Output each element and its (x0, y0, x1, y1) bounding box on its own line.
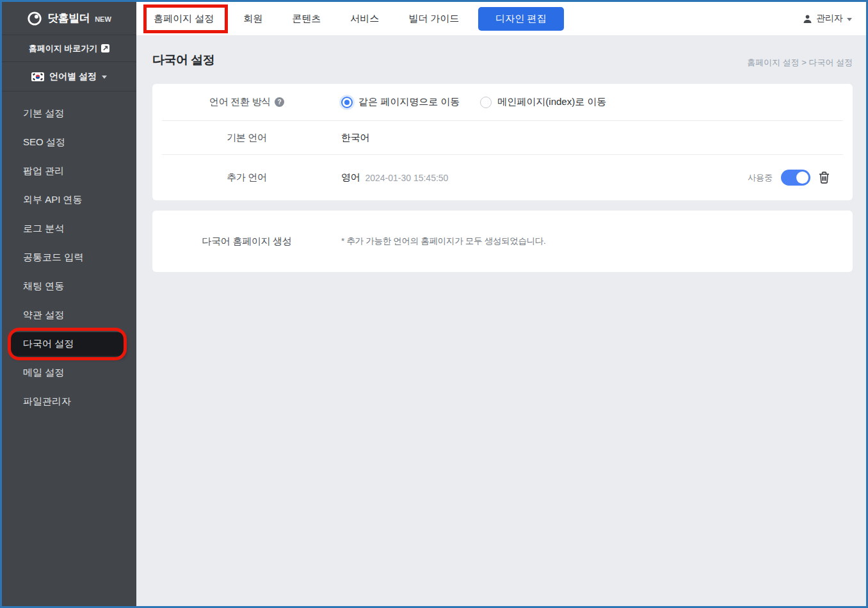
multilingual-settings-card: 언어 전환 방식 ? 같은 페이지명으로 이동 메인페이지(index)로 이동 (152, 84, 853, 200)
language-added-timestamp: 2024-01-30 15:45:50 (365, 173, 448, 183)
radio-main-page[interactable]: 메인페이지(index)로 이동 (480, 96, 606, 108)
radio-unselected-icon[interactable] (480, 97, 492, 108)
additional-language-value: 영어 (341, 172, 360, 184)
toggle-knob (796, 172, 808, 184)
generate-homepage-card: 다국어 홈페이지 생성 * 추가 가능한 언어의 홈페이지가 모두 생성되었습니… (152, 211, 853, 272)
status-badge: 사용중 (748, 172, 773, 184)
tab-services[interactable]: 서비스 (350, 2, 379, 35)
language-selector-menu[interactable]: 언어별 설정 (2, 62, 136, 92)
design-edit-button[interactable]: 디자인 편집 (478, 7, 563, 31)
delete-language-button[interactable] (819, 172, 830, 184)
sidebar-item-multilingual-settings[interactable]: 다국어 설정 (11, 332, 124, 356)
homepage-shortcut-link[interactable]: 홈페이지 바로가기 (2, 35, 136, 62)
tab-members[interactable]: 회원 (243, 2, 262, 35)
additional-language-row: 추가 언어 영어 2024-01-30 15:45:50 사용중 (152, 155, 853, 200)
chevron-down-icon (102, 76, 107, 79)
radio-selected-icon[interactable] (341, 97, 353, 108)
account-menu[interactable]: 관리자 (803, 13, 852, 24)
sidebar: 닷홈빌더 NEW 홈페이지 바로가기 (2, 2, 136, 606)
sidebar-item-common-code[interactable]: 공통코드 입력 (2, 243, 136, 272)
default-language-label: 기본 언어 (152, 132, 341, 144)
logo[interactable]: 닷홈빌더 NEW (2, 2, 136, 35)
radio-label: 같은 페이지명으로 이동 (358, 96, 460, 108)
breadcrumb: 홈페이지 설정 > 다국어 설정 (747, 57, 853, 68)
page-title: 다국어 설정 (152, 52, 214, 68)
external-link-icon (101, 44, 109, 52)
language-enabled-toggle[interactable] (781, 170, 810, 186)
language-switch-label: 언어 전환 방식 (209, 96, 271, 108)
logo-badge: NEW (95, 15, 111, 23)
sidebar-item-basic-settings[interactable]: 기본 설정 (2, 99, 136, 128)
topbar: 홈페이지 설정 회원 콘텐츠 서비스 빌더 가이드 디자인 편집 관리자 (136, 2, 866, 35)
radio-same-page[interactable]: 같은 페이지명으로 이동 (341, 96, 460, 108)
sidebar-menu: 기본 설정 SEO 설정 팝업 관리 외부 API 연동 로그 분석 공통코드 … (2, 92, 136, 416)
sidebar-item-log-analysis[interactable]: 로그 분석 (2, 214, 136, 243)
row-value: 같은 페이지명으로 이동 메인페이지(index)로 이동 (341, 96, 853, 108)
language-switch-row: 언어 전환 방식 ? 같은 페이지명으로 이동 메인페이지(index)로 이동 (152, 84, 853, 120)
sidebar-item-seo-settings[interactable]: SEO 설정 (2, 128, 136, 157)
tab-homepage-settings[interactable]: 홈페이지 설정 (154, 2, 214, 35)
tab-contents[interactable]: 콘텐츠 (292, 2, 321, 35)
sidebar-item-external-api[interactable]: 외부 API 연동 (2, 186, 136, 214)
language-controls: 사용중 (748, 170, 853, 186)
sidebar-item-popup-management[interactable]: 팝업 관리 (2, 157, 136, 186)
sidebar-item-file-manager[interactable]: 파일관리자 (2, 387, 136, 416)
row-label: 언어 전환 방식 ? (152, 96, 341, 108)
korea-flag-icon (31, 72, 44, 81)
dothome-circle-icon (27, 11, 42, 26)
default-language-value: 한국어 (341, 132, 369, 144)
tab-builder-guide[interactable]: 빌더 가이드 (408, 2, 459, 35)
app-window: 닷홈빌더 NEW 홈페이지 바로가기 (0, 0, 868, 608)
additional-language-label: 추가 언어 (152, 172, 341, 184)
quick-link-label: 홈페이지 바로가기 (29, 43, 98, 54)
main-content: 다국어 설정 홈페이지 설정 > 다국어 설정 언어 전환 방식 ? 같은 페이… (136, 35, 866, 606)
tab-label: 홈페이지 설정 (154, 13, 214, 25)
sidebar-item-terms-settings[interactable]: 약관 설정 (2, 301, 136, 330)
default-language-row: 기본 언어 한국어 (152, 121, 853, 154)
top-nav-tabs: 홈페이지 설정 회원 콘텐츠 서비스 빌더 가이드 (154, 2, 459, 35)
language-switch-radio-group: 같은 페이지명으로 이동 메인페이지(index)로 이동 (341, 96, 606, 108)
language-menu-label: 언어별 설정 (49, 71, 97, 83)
title-row: 다국어 설정 홈페이지 설정 > 다국어 설정 (152, 52, 853, 68)
sidebar-item-chat-integration[interactable]: 채팅 연동 (2, 272, 136, 301)
question-circle-icon[interactable]: ? (275, 97, 284, 107)
chevron-down-icon (847, 18, 852, 21)
trash-icon (819, 172, 830, 184)
logo-title: 닷홈빌더 (47, 11, 90, 26)
sidebar-item-label: 다국어 설정 (23, 338, 74, 350)
person-icon (803, 14, 812, 24)
radio-label: 메인페이지(index)로 이동 (497, 96, 606, 108)
generate-note: * 추가 가능한 언어의 홈페이지가 모두 생성되었습니다. (341, 236, 546, 247)
generate-label: 다국어 홈페이지 생성 (152, 236, 341, 248)
account-label: 관리자 (816, 13, 843, 24)
sidebar-item-mail-settings[interactable]: 메일 설정 (2, 358, 136, 387)
